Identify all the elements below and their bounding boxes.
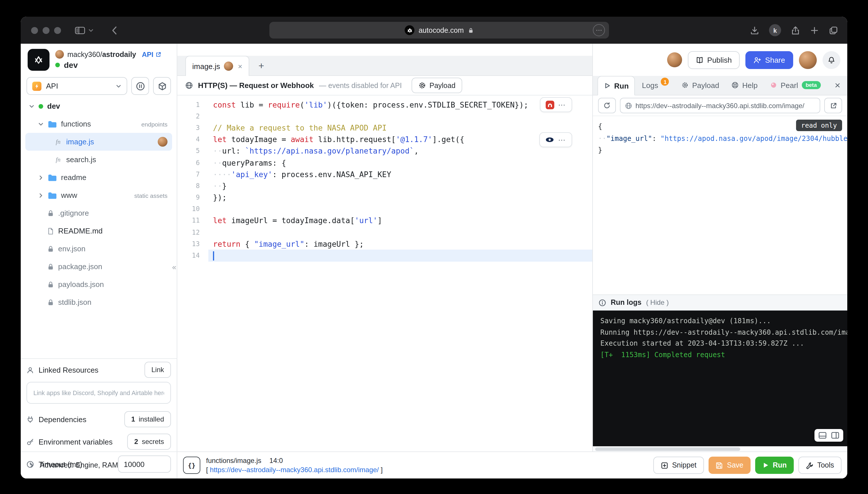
code-line-1: 1const lib = require('lib')({token: proc… <box>177 99 592 110</box>
dependencies-button[interactable]: 1 installed <box>124 411 171 427</box>
more-options-icon: ⋯ <box>558 101 566 109</box>
tab-image-js[interactable]: image.js × <box>185 56 249 76</box>
tree-item-dev[interactable]: dev <box>25 97 172 115</box>
panel-tab-logs[interactable]: Logs1 <box>636 75 675 95</box>
save-button[interactable]: Save <box>708 457 750 474</box>
code-editor[interactable]: 1const lib = require('lib')({token: proc… <box>177 95 592 452</box>
editor-tabstrip: image.js × + <box>177 44 592 76</box>
package-button[interactable] <box>153 77 171 95</box>
tab-overview-icon[interactable] <box>829 25 838 35</box>
extensions-icon[interactable]: ⋯ <box>593 24 605 36</box>
tree-item-image-js[interactable]: fnimage.js <box>25 133 172 151</box>
tree-item-payloads-json[interactable]: payloads.json <box>25 276 172 293</box>
link-button[interactable]: Link <box>144 362 171 378</box>
tree-item-env-json[interactable]: env.json <box>25 240 172 258</box>
open-external-button[interactable] <box>824 98 842 113</box>
dependencies-row: Dependencies 1 installed <box>26 411 171 428</box>
api-type-select[interactable]: API <box>26 77 127 95</box>
hide-logs-link[interactable]: ( Hide ) <box>646 299 669 306</box>
play-icon <box>604 82 611 89</box>
tree-item-package-json[interactable]: package.json <box>25 258 172 276</box>
tree-item-readme[interactable]: readme <box>25 169 172 186</box>
run-logs-console[interactable]: Saving macky360/astrodaily@dev (181ms)..… <box>593 310 847 446</box>
new-tab-button[interactable]: + <box>253 57 270 75</box>
payload-button[interactable]: Payload <box>412 78 462 93</box>
run-button[interactable]: Run <box>755 457 794 474</box>
env-status-dot <box>39 104 43 109</box>
endpoint-url-link[interactable]: https://dev--astrodaily--macky360.api.st… <box>210 466 379 474</box>
console-line: [T+ 1153ms] Completed request <box>600 349 847 361</box>
user-avatar[interactable] <box>799 51 817 69</box>
notifications-button[interactable] <box>822 51 840 69</box>
snippet-button[interactable]: Snippet <box>653 457 704 474</box>
external-link-icon <box>155 52 161 57</box>
tools-button[interactable]: Tools <box>798 457 842 474</box>
new-tab-icon[interactable] <box>810 25 819 35</box>
tree-item-stdlib-json[interactable]: stdlib.json <box>25 293 172 311</box>
share-button[interactable]: Share <box>746 51 793 69</box>
close-panel-icon[interactable]: × <box>832 80 843 90</box>
browser-profile-avatar[interactable]: k <box>769 24 781 36</box>
endpoint-url-text: https://dev--astrodaily--macky360.api.st… <box>635 101 804 110</box>
link-apps-input[interactable] <box>26 382 171 404</box>
secrets-button[interactable]: 2 secrets <box>127 434 171 450</box>
api-link[interactable]: API <box>142 50 161 58</box>
close-window-button[interactable] <box>31 27 38 34</box>
endpoint-url-input[interactable]: https://dev--astrodaily--macky360.api.st… <box>620 98 820 113</box>
play-icon <box>762 462 769 469</box>
close-tab-icon[interactable]: × <box>238 62 242 71</box>
tree-item-search-js[interactable]: fnsearch.js <box>25 151 172 169</box>
panel-bottom-icon[interactable] <box>818 431 827 439</box>
file-tree: devfunctionsendpointsfnimage.jsfnsearch.… <box>25 97 172 311</box>
downloads-icon[interactable] <box>750 25 759 35</box>
pause-events-button[interactable] <box>131 77 149 95</box>
more-options-icon: ⋯ <box>558 136 566 144</box>
horizontal-scrollbar[interactable] <box>593 446 847 452</box>
lock-icon <box>47 281 54 288</box>
code-line-3: 3// Make a request to the NASA APOD API <box>177 122 592 134</box>
scrollbar-thumb[interactable] <box>595 447 740 451</box>
refresh-button[interactable] <box>598 98 616 113</box>
action-buttons: Snippet Save Run Tools <box>653 457 842 474</box>
zoom-window-button[interactable] <box>54 27 61 34</box>
panel-tab-pearl[interactable]: Pearlbeta <box>764 75 827 95</box>
panel-tab-run[interactable]: Run <box>597 76 635 95</box>
folder-icon <box>48 119 57 129</box>
panel-right-icon[interactable] <box>831 431 839 439</box>
api-account-selector[interactable]: ⋯ <box>539 132 572 147</box>
share-page-icon[interactable] <box>791 25 800 35</box>
connected-account-selector[interactable]: ⋯ <box>540 97 572 112</box>
autocode-logo[interactable] <box>28 49 50 71</box>
environment-name[interactable]: dev <box>64 60 78 70</box>
back-icon[interactable] <box>110 25 119 35</box>
environment-variables-label: Environment variables <box>39 437 112 446</box>
panel-tab-payload[interactable]: Payload <box>676 75 725 95</box>
code-line-4: 4let todayImage = await lib.http.request… <box>177 134 592 145</box>
sidebar-collapse-icon[interactable]: « <box>172 263 176 271</box>
console-line: Running https://dev--astrodaily--macky36… <box>600 327 847 338</box>
advanced-section-toggle[interactable]: Advanced: Engine, RAM <box>21 452 177 478</box>
address-bar[interactable]: autocode.com ⋯ <box>269 22 609 39</box>
help-icon <box>732 82 739 89</box>
publish-button[interactable]: Publish <box>688 51 740 69</box>
minimize-window-button[interactable] <box>42 27 50 34</box>
folder-icon <box>48 191 57 200</box>
tree-item--gitignore[interactable]: .gitignore <box>25 204 172 222</box>
format-code-button[interactable]: {} <box>183 457 200 474</box>
response-viewer[interactable]: {··"image_url": "https://apod.nasa.gov/a… <box>593 116 847 294</box>
url-text: autocode.com <box>418 26 464 34</box>
code-line-13: 13return { "image_url": imageUrl }; <box>177 239 592 250</box>
tree-item-www[interactable]: wwwstatic assets <box>25 186 172 204</box>
sidebar-toggle-icon[interactable] <box>75 25 85 35</box>
browser-toolbar-right: k <box>750 17 838 44</box>
collaborator-avatar[interactable] <box>667 52 682 67</box>
panel-tab-help[interactable]: Help <box>726 75 763 95</box>
tree-item-functions[interactable]: functionsendpoints <box>25 115 172 133</box>
beta-badge: beta <box>801 81 821 90</box>
lock-icon <box>47 263 54 270</box>
read-only-badge: read only <box>796 120 842 131</box>
tree-item-readme-md[interactable]: README.md <box>25 222 172 240</box>
project-name[interactable]: macky360/astrodaily API <box>55 50 161 59</box>
plug-icon <box>26 416 34 423</box>
chevron-down-icon[interactable] <box>88 27 94 33</box>
